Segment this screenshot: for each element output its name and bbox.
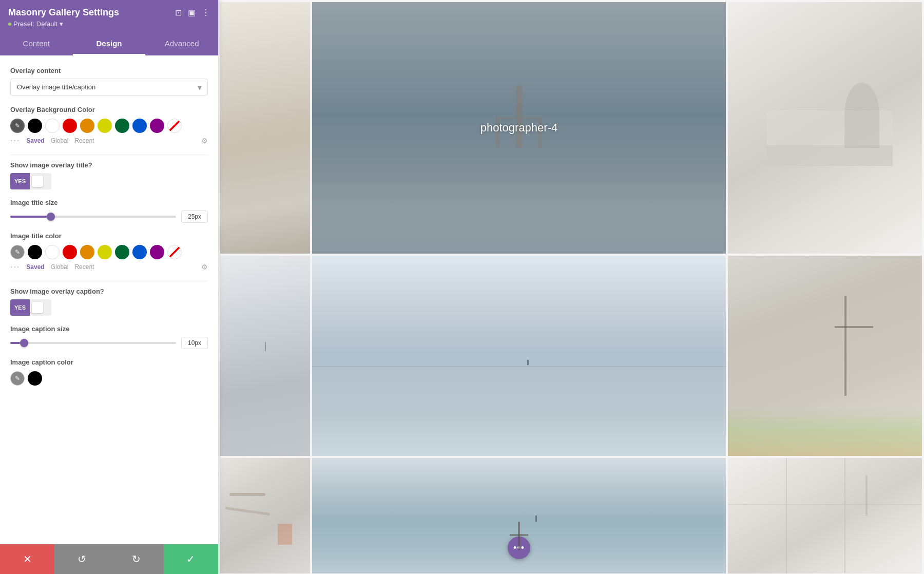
image-title-size-thumb[interactable] [47, 213, 55, 221]
header-icons: ⊡ ▣ ⋮ [175, 8, 210, 17]
color-red-2[interactable] [63, 245, 77, 259]
post-h [835, 326, 874, 328]
tab-content[interactable]: Content [0, 33, 73, 55]
action-bar: ✕ ↺ ↻ ✓ [0, 544, 218, 574]
preset-label: Preset: Default [13, 20, 57, 28]
save-button[interactable]: ✓ [164, 544, 218, 574]
color-green-1[interactable] [115, 119, 129, 133]
color-settings-icon-1[interactable]: ⚙ [201, 137, 208, 145]
gallery-image-1 [220, 2, 310, 254]
ground-color [728, 406, 922, 456]
show-overlay-title-toggle[interactable]: YES [10, 173, 51, 189]
color-purple-1[interactable] [150, 119, 164, 133]
rope-1 [229, 493, 265, 496]
gallery-image-9 [728, 458, 922, 573]
more-icon[interactable]: ⋮ [202, 8, 210, 17]
layout-icon[interactable]: ▣ [188, 8, 196, 17]
toggle-yes-2: YES [10, 299, 30, 316]
image-caption-size-thumb[interactable] [20, 339, 28, 347]
divider-1 [10, 155, 208, 155]
preset-arrow: ▾ [60, 20, 63, 28]
color-black-3[interactable] [28, 371, 42, 386]
toggle-handle-1 [32, 176, 43, 187]
color-white-1[interactable] [45, 119, 60, 133]
pier-post [518, 522, 520, 550]
redo-button[interactable]: ↻ [109, 544, 164, 574]
gallery-image-2: photographer-4 [312, 2, 726, 254]
eyedropper-swatch-3[interactable]: ✎ [10, 371, 25, 386]
toggle-handle-2 [32, 302, 43, 313]
image-caption-size-value[interactable]: 10px [181, 337, 208, 349]
sidebar-content: Overlay content Overlay image title/capt… [0, 55, 218, 574]
color-more-dots-1[interactable]: ··· [10, 136, 20, 145]
color-white-2[interactable] [45, 245, 60, 259]
divider-2 [10, 281, 208, 281]
image-title-size-label: Image title size [10, 199, 208, 206]
color-tab-recent-2[interactable]: Recent [74, 263, 94, 271]
overlay-bg-color-tabs-row: ··· Saved Global Recent ⚙ [10, 136, 208, 145]
image-title-size-track[interactable] [10, 216, 176, 218]
gallery-image-5 [312, 256, 726, 456]
tab-advanced[interactable]: Advanced [145, 33, 218, 55]
cancel-button[interactable]: ✕ [0, 544, 54, 574]
figure-line [265, 342, 266, 351]
color-tab-global-1[interactable]: Global [51, 137, 69, 144]
image-title-color-label: Image title color [10, 232, 208, 240]
gallery-image-8: ••• [312, 458, 726, 573]
house-hint [278, 524, 292, 545]
sidebar: Masonry Gallery Settings ⊡ ▣ ⋮ Preset: D… [0, 0, 218, 574]
overlay-content-label: Overlay content [10, 67, 208, 74]
color-purple-2[interactable] [150, 245, 164, 259]
color-tab-global-2[interactable]: Global [51, 263, 69, 271]
tab-design[interactable]: Design [73, 33, 146, 55]
image-title-size-row: Image title size 25px [10, 199, 208, 223]
overlay-content-select[interactable]: Overlay image title/caption No overlay O… [10, 79, 208, 95]
gallery-area: photographer-4 [218, 0, 924, 574]
curtain-line-1 [786, 458, 787, 573]
image-caption-size-label: Image caption size [10, 325, 208, 333]
couch-base [767, 145, 893, 165]
color-settings-icon-2[interactable]: ⚙ [201, 263, 208, 271]
color-black-1[interactable] [28, 119, 42, 133]
eyedropper-swatch-2[interactable]: ✎ [10, 245, 25, 259]
gallery-image-6 [728, 256, 922, 456]
color-blue-1[interactable] [132, 119, 147, 133]
image-title-size-value[interactable]: 25px [181, 211, 208, 223]
color-green-2[interactable] [115, 245, 129, 259]
color-none-1[interactable] [167, 119, 182, 133]
gallery-image-3 [728, 2, 922, 254]
fullscreen-icon[interactable]: ⊡ [175, 8, 182, 17]
color-tab-recent-1[interactable]: Recent [74, 137, 94, 144]
image-caption-size-fill [10, 342, 20, 344]
color-yellow-2[interactable] [98, 245, 112, 259]
color-orange-1[interactable] [80, 119, 94, 133]
color-tab-saved-1[interactable]: Saved [26, 137, 44, 144]
preset-dot [8, 23, 11, 26]
color-orange-2[interactable] [80, 245, 94, 259]
color-more-dots-2[interactable]: ··· [10, 262, 20, 272]
image-caption-size-wrap: 10px [10, 337, 208, 349]
svg-rect-1 [498, 117, 540, 120]
undo-button[interactable]: ↺ [54, 544, 109, 574]
show-overlay-title-label: Show image overlay title? [10, 161, 208, 169]
color-none-2[interactable] [167, 245, 182, 259]
color-red-1[interactable] [63, 119, 77, 133]
color-blue-2[interactable] [132, 245, 147, 259]
pier-figure [535, 515, 537, 522]
gallery-overlay-text: photographer-4 [480, 121, 557, 135]
color-yellow-1[interactable] [98, 119, 112, 133]
figure-hint [844, 83, 879, 148]
overlay-bg-color-swatches: ✎ [10, 119, 208, 133]
show-overlay-caption-row: Show image overlay caption? YES [10, 288, 208, 316]
image-caption-color-label: Image caption color [10, 358, 208, 366]
color-tab-saved-2[interactable]: Saved [26, 263, 44, 271]
sidebar-title: Masonry Gallery Settings [8, 7, 119, 18]
eyedropper-swatch-1[interactable]: ✎ [10, 119, 25, 133]
tabs-bar: Content Design Advanced [0, 33, 218, 55]
color-black-2[interactable] [28, 245, 42, 259]
curtain-line-2 [844, 458, 845, 573]
preset-line: Preset: Default ▾ [8, 20, 210, 28]
image-caption-size-track[interactable] [10, 342, 176, 344]
rope-2 [225, 507, 270, 515]
show-overlay-caption-toggle[interactable]: YES [10, 299, 51, 316]
